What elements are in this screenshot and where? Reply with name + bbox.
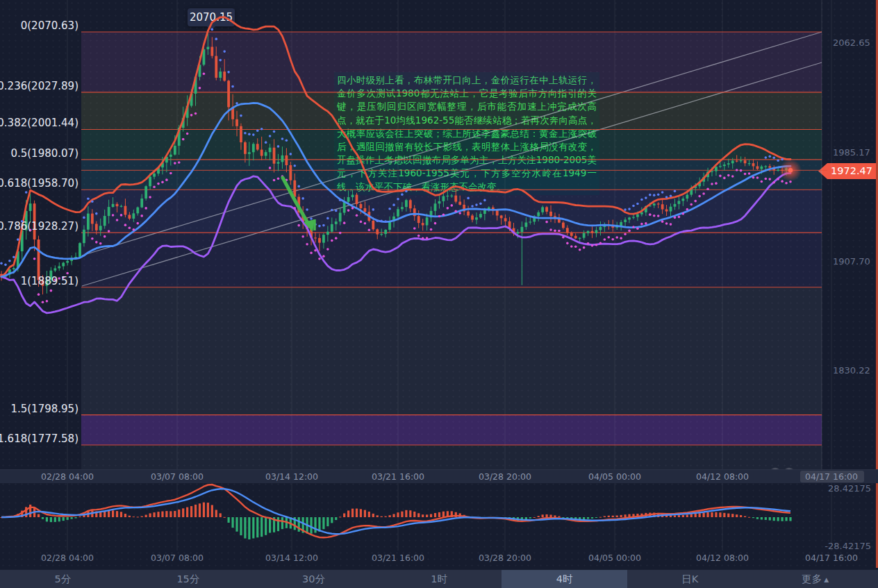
x-axis-label: 03/14 12:00 — [265, 471, 318, 482]
tab-more[interactable]: 更多▲ — [752, 570, 878, 588]
x-axis-label: 03/28 20:00 — [479, 471, 531, 482]
macd-indicator — [0, 485, 791, 539]
chevron-up-icon: ▲ — [824, 576, 829, 583]
tab-1h[interactable]: 1时 — [376, 570, 502, 588]
macd-axis-min: -28.42175 — [825, 541, 871, 551]
trading-chart-window: 0(2070.63)0.236(2027.89)0.382(2001.44)0.… — [0, 0, 878, 588]
tab-daily[interactable]: 日K — [627, 570, 753, 588]
more-label: 更多 — [802, 573, 822, 586]
tab-5min[interactable]: 5分 — [0, 570, 126, 588]
macd-axis-max: 28.42175 — [828, 483, 871, 494]
x-axis-label: 04/05 00:00 — [588, 471, 641, 482]
tab-15min[interactable]: 15分 — [126, 570, 251, 588]
x-axis-label: 03/07 08:00 — [151, 471, 204, 482]
timeframe-toolbar: 5分15分30分1时4时日K更多▲ — [0, 569, 878, 588]
x-axis-label: 04/12 08:00 — [696, 471, 749, 482]
x-axis-label: 02/28 04:00 — [41, 471, 94, 482]
x-axis-label: 03/21 16:00 — [372, 471, 424, 482]
last-price-glow — [779, 159, 802, 181]
x-axis-label: 04/17 16:00 — [805, 471, 858, 482]
time-axis[interactable]: 02/28 04:0003/07 08:0003/14 12:0003/21 1… — [0, 469, 878, 483]
tab-30min[interactable]: 30分 — [251, 570, 376, 588]
chart-canvas[interactable] — [0, 0, 878, 588]
tab-4h[interactable]: 4时 — [502, 570, 627, 588]
